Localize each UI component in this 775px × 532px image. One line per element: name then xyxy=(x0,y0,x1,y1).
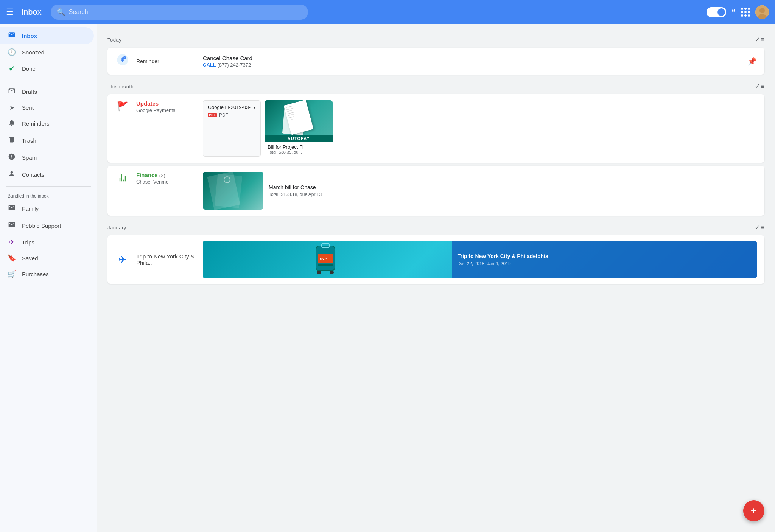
search-bar[interactable]: 🔍 xyxy=(51,5,308,20)
image-card-sub-fi: Total: $38.35, du... xyxy=(268,150,330,154)
bundle-left-finance: Finance (2) Chase, Venmo xyxy=(136,172,197,185)
sidebar-item-inbox[interactable]: Inbox xyxy=(0,27,94,44)
sidebar-item-done[interactable]: ✔ Done xyxy=(0,60,94,77)
sidebar-item-label-saved: Saved xyxy=(22,255,38,261)
pinned-toggle[interactable] xyxy=(707,7,726,17)
bundle-card-updates[interactable]: 🚩 Updates Google Payments Google Fi-2019… xyxy=(107,94,764,163)
section-header-today: Today ✓≡ xyxy=(107,36,764,44)
sidebar-item-label-trips: Trips xyxy=(22,239,34,246)
pin-icon: 📌 xyxy=(747,57,757,66)
sidebar-item-family[interactable]: Family xyxy=(0,200,94,217)
card-sub-reminder: CALL (877) 242-7372 xyxy=(203,62,741,68)
card-sender-reminder: Reminder xyxy=(136,58,197,64)
card-reminder-chase[interactable]: Reminder Cancel Chase Card CALL (877) 24… xyxy=(107,48,764,75)
inbox-icon xyxy=(8,31,16,40)
section-label-month: This month xyxy=(107,84,134,89)
bundle-right-finance: March bill for Chase Total: $133.18, due… xyxy=(203,172,757,210)
finance-card-title: March bill for Chase xyxy=(269,184,322,190)
sidebar-item-label-done: Done xyxy=(22,65,36,72)
image-card-autopay[interactable]: ════════════════════════════════════════… xyxy=(265,100,333,157)
divider-1 xyxy=(6,80,91,80)
sidebar-item-label-spam: Spam xyxy=(22,154,37,161)
section-mark-today[interactable]: ✓≡ xyxy=(755,36,764,44)
sidebar-item-label-reminders: Reminders xyxy=(22,120,50,127)
mini-card-fi[interactable]: Google Fi-2019-03-17 PDF PDF xyxy=(203,100,261,157)
sidebar-item-label-drafts: Drafts xyxy=(22,89,37,95)
call-link[interactable]: CALL xyxy=(203,62,216,68)
image-card-info-fi: Bill for Project Fi Total: $38.35, du... xyxy=(265,142,333,157)
trip-sender: Trip to New York City & Phila... xyxy=(136,253,197,266)
svg-point-10 xyxy=(330,271,334,274)
sidebar-item-label-pebble: Pebble Support xyxy=(22,222,61,229)
topbar: ☰ Inbox 🔍 ❝ xyxy=(0,0,775,24)
sidebar-item-drafts[interactable]: Drafts xyxy=(0,83,94,100)
snoozed-icon: 🕐 xyxy=(8,48,16,56)
contacts-icon xyxy=(8,170,16,179)
mini-card-title-fi: Google Fi-2019-03-17 xyxy=(208,104,256,110)
svg-rect-8 xyxy=(318,264,333,266)
topbar-actions: ❝ xyxy=(707,5,769,19)
sidebar-item-contacts[interactable]: Contacts xyxy=(0,166,94,183)
sidebar-item-label-trash: Trash xyxy=(22,137,36,144)
sidebar-item-spam[interactable]: Spam xyxy=(0,149,94,166)
quote-icon[interactable]: ❝ xyxy=(731,8,736,17)
svg-point-9 xyxy=(317,271,321,274)
trip-image-wide: NYC Trip to New York City & Philadelphia… xyxy=(203,241,757,278)
section-header-january: January ✓≡ xyxy=(107,223,764,232)
sidebar-item-saved[interactable]: 🔖 Saved xyxy=(0,250,94,266)
layout: Inbox 🕐 Snoozed ✔ Done Drafts ➤ Sent Rem… xyxy=(0,24,775,532)
updates-bundle-icon: 🚩 xyxy=(115,101,130,112)
apps-icon[interactable] xyxy=(741,8,750,17)
section-mark-month[interactable]: ✓≡ xyxy=(755,82,764,90)
bundle-card-finance[interactable]: Finance (2) Chase, Venmo March bi xyxy=(107,166,764,216)
section-mark-january[interactable]: ✓≡ xyxy=(755,223,764,232)
purchases-icon: 🛒 xyxy=(8,270,16,278)
bundle-sender-updates: Google Payments xyxy=(136,107,197,113)
search-input[interactable] xyxy=(69,9,302,16)
svg-text:NYC: NYC xyxy=(320,257,327,261)
toggle-thumb xyxy=(717,8,725,16)
compose-icon: + xyxy=(751,505,757,517)
sidebar-item-reminders[interactable]: Reminders xyxy=(0,115,94,132)
section-label-january: January xyxy=(107,225,126,230)
sidebar-item-label-purchases: Purchases xyxy=(22,271,49,277)
avatar[interactable] xyxy=(755,5,769,19)
pdf-label: PDF xyxy=(219,112,228,118)
autopay-overlay: AUTOPAY xyxy=(265,135,333,142)
sidebar-item-label-sent: Sent xyxy=(22,104,34,111)
reminders-icon xyxy=(8,119,16,128)
sidebar-item-snoozed[interactable]: 🕐 Snoozed xyxy=(0,44,94,60)
spam-icon xyxy=(8,153,16,162)
bundle-right-updates: Google Fi-2019-03-17 PDF PDF ══════ xyxy=(203,100,757,157)
menu-icon[interactable]: ☰ xyxy=(6,7,14,17)
sidebar-item-label-contacts: Contacts xyxy=(22,171,44,178)
section-header-month: This month ✓≡ xyxy=(107,82,764,90)
sidebar-item-trips[interactable]: ✈ Trips xyxy=(0,234,94,250)
sidebar-item-label-inbox: Inbox xyxy=(22,33,37,39)
divider-2 xyxy=(6,186,91,187)
svg-point-1 xyxy=(759,8,765,13)
bundle-name-finance: Finance (2) xyxy=(136,172,197,178)
bundle-row-finance: Finance (2) Chase, Venmo March bi xyxy=(107,166,764,216)
trip-card-row: ✈ Trip to New York City & Phila... xyxy=(107,235,764,284)
sidebar-item-purchases[interactable]: 🛒 Purchases xyxy=(0,266,94,282)
saved-icon: 🔖 xyxy=(8,254,16,262)
trip-airplane-icon: ✈ xyxy=(115,254,130,266)
bundle-sender-finance: Chase, Venmo xyxy=(136,179,197,185)
card-trip-nyc[interactable]: ✈ Trip to New York City & Phila... xyxy=(107,235,764,284)
compose-fab[interactable]: + xyxy=(743,500,764,521)
sidebar-item-pebble[interactable]: Pebble Support xyxy=(0,217,94,234)
sidebar-item-sent[interactable]: ➤ Sent xyxy=(0,100,94,115)
finance-card-sub: Total: $133.18, due Apr 13 xyxy=(269,192,322,197)
sidebar: Inbox 🕐 Snoozed ✔ Done Drafts ➤ Sent Rem… xyxy=(0,24,97,532)
main-content: Today ✓≡ Reminder Cancel Chase Card xyxy=(97,24,775,532)
sidebar-item-label-family: Family xyxy=(22,205,39,212)
card-row: Reminder Cancel Chase Card CALL (877) 24… xyxy=(107,48,764,75)
reminder-icon xyxy=(115,54,130,68)
finance-bundle-icon xyxy=(115,173,130,186)
sidebar-item-trash[interactable]: Trash xyxy=(0,132,94,149)
trip-image-date: Dec 22, 2018–Jan 4, 2019 xyxy=(458,261,752,266)
finance-image-chase xyxy=(203,172,263,210)
search-icon: 🔍 xyxy=(57,8,65,16)
bundled-label: Bundled in the inbox xyxy=(0,190,97,200)
